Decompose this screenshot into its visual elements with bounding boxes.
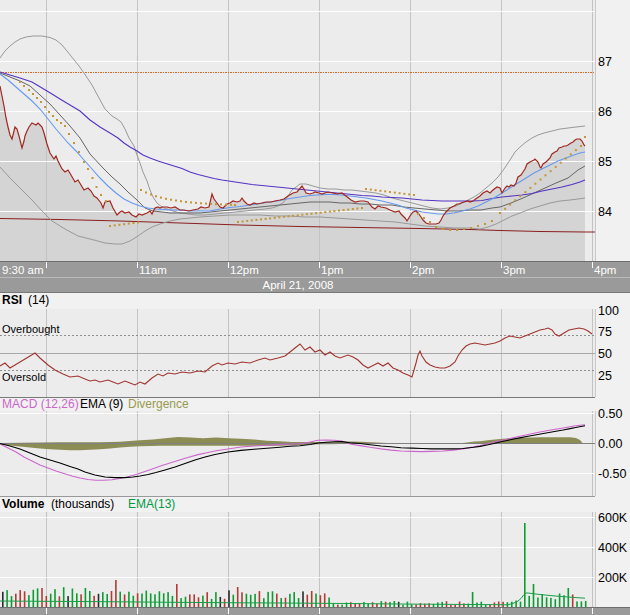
svg-text:600K: 600K <box>598 511 628 525</box>
svg-text:April 21, 2008: April 21, 2008 <box>263 279 334 291</box>
svg-text:Volume(thousands)EMA(13): Volume(thousands)EMA(13) <box>2 497 175 511</box>
svg-text:3pm: 3pm <box>503 264 525 276</box>
svg-text:0.00: 0.00 <box>598 437 622 451</box>
svg-text:12pm: 12pm <box>230 264 259 276</box>
svg-text:MACD (12,26)EMA (9)Divergence: MACD (12,26)EMA (9)Divergence <box>2 397 189 411</box>
svg-text:50: 50 <box>598 347 612 361</box>
svg-text:0.50: 0.50 <box>598 407 622 421</box>
svg-text:11am: 11am <box>139 264 167 276</box>
svg-text:1pm: 1pm <box>321 264 343 276</box>
svg-text:2pm: 2pm <box>412 264 434 276</box>
svg-text:84: 84 <box>598 205 612 219</box>
svg-text:25: 25 <box>598 369 612 383</box>
svg-text:Oversold: Oversold <box>2 371 46 383</box>
svg-text:100: 100 <box>598 304 619 318</box>
svg-text:-0.50: -0.50 <box>598 467 627 481</box>
svg-text:200K: 200K <box>598 571 628 585</box>
svg-text:Overbought: Overbought <box>2 323 59 335</box>
svg-text:86: 86 <box>598 105 612 119</box>
svg-text:75: 75 <box>598 325 612 339</box>
svg-text:85: 85 <box>598 155 612 169</box>
svg-text:400K: 400K <box>598 541 628 555</box>
svg-text:4pm: 4pm <box>594 264 616 276</box>
svg-text:87: 87 <box>598 55 612 69</box>
svg-text:9:30 am: 9:30 am <box>2 264 44 276</box>
